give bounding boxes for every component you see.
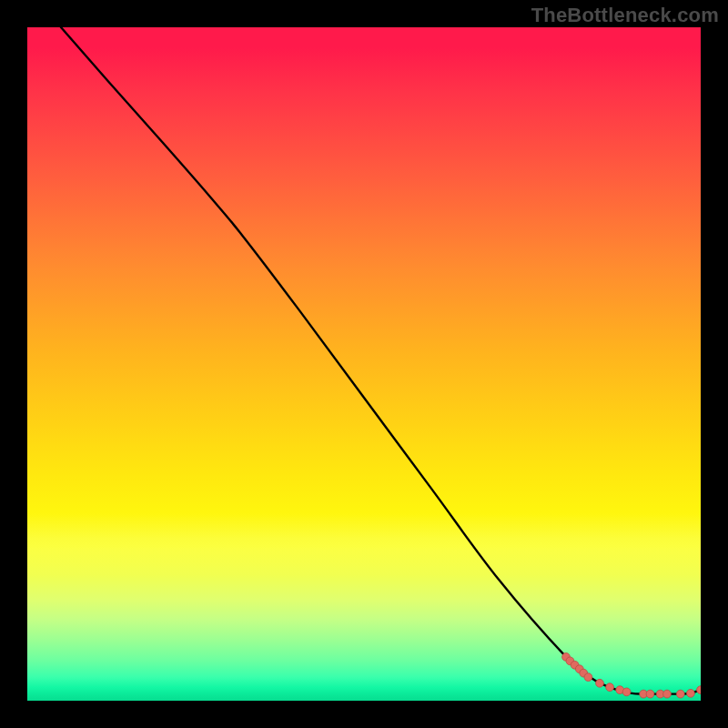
plot-area — [27, 27, 701, 701]
watermark-text: TheBottleneck.com — [531, 4, 719, 27]
chart-frame: TheBottleneck.com — [0, 0, 728, 728]
